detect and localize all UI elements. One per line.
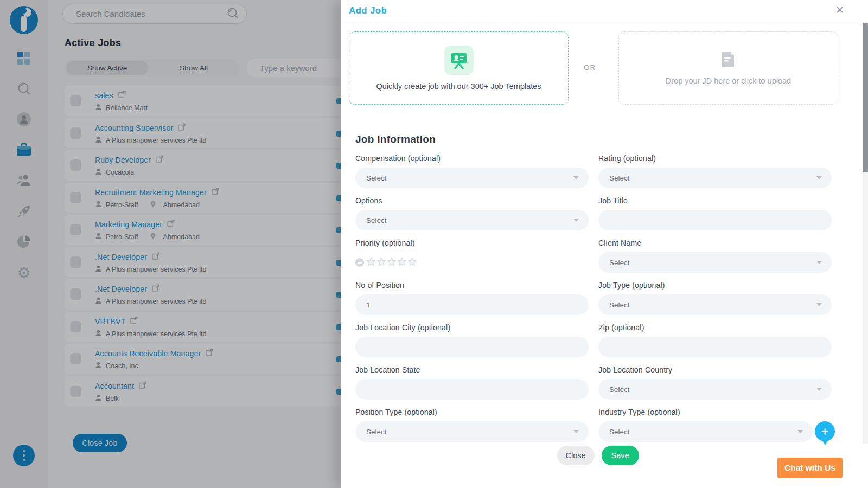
field-label: Industry Type (optional): [598, 408, 832, 416]
field-zip: Zip (optional): [598, 323, 832, 357]
star-icon[interactable]: [376, 257, 386, 268]
options-select[interactable]: Select: [355, 210, 589, 230]
star-icon[interactable]: [397, 257, 407, 268]
field-client-name: Client Name Select: [598, 239, 832, 273]
compensation-select[interactable]: Select: [355, 168, 589, 188]
job-template-icon: [444, 46, 474, 75]
chevron-down-icon: [573, 176, 579, 179]
rating-select[interactable]: Select: [598, 168, 832, 188]
client-name-select[interactable]: Select: [598, 252, 832, 273]
star-icon[interactable]: [387, 257, 397, 268]
field-label: Job Title: [598, 196, 832, 205]
add-floating-button[interactable]: +: [815, 421, 835, 450]
select-value: Select: [366, 216, 387, 224]
chevron-down-icon: [816, 303, 822, 306]
select-value: Select: [609, 301, 630, 309]
field-label: Job Location City (optional): [355, 323, 589, 332]
modal-scrollbar-track[interactable]: [863, 22, 868, 444]
star-icon[interactable]: [366, 257, 376, 268]
select-value: Select: [609, 386, 630, 394]
field-label: No of Position: [355, 281, 589, 290]
select-value: Select: [366, 428, 387, 436]
no-priority-icon[interactable]: [355, 258, 364, 267]
star-icon[interactable]: [407, 257, 417, 268]
save-button[interactable]: Save: [602, 446, 639, 465]
chevron-down-icon: [573, 219, 579, 222]
field-no-of-position: No of Position: [355, 281, 589, 315]
jd-upload-dropzone[interactable]: Drop your JD here or click to upload: [618, 31, 838, 105]
modal-title: Add Job: [349, 5, 387, 16]
field-label: Rating (optional): [598, 154, 832, 163]
field-job-location-state: Job Location State: [355, 365, 589, 400]
field-label: Options: [355, 196, 589, 205]
field-position-type: Position Type (optional) Select: [355, 408, 589, 442]
chat-with-us-button[interactable]: Chat with Us: [777, 458, 843, 478]
field-label: Zip (optional): [598, 323, 832, 332]
close-button[interactable]: Close: [557, 446, 595, 465]
jd-upload-text: Drop your JD here or click to upload: [666, 76, 791, 85]
no-of-position-input[interactable]: [355, 294, 589, 315]
field-rating: Rating (optional) Select: [598, 154, 832, 188]
job-location-state-input[interactable]: [355, 379, 589, 400]
field-options: Options Select: [355, 196, 589, 230]
zip-input[interactable]: [598, 337, 832, 357]
job-templates-text: Quickly create job with our 300+ Job Tem…: [376, 82, 541, 91]
app-window: ⚙ Active Jobs Show Active Show All: [0, 0, 868, 488]
field-job-location-country: Job Location Country Select: [598, 365, 832, 400]
or-divider: OR: [574, 63, 605, 72]
plus-icon: +: [821, 425, 828, 438]
chevron-down-icon: [816, 261, 822, 264]
close-icon[interactable]: ✕: [835, 5, 844, 15]
field-job-location-city: Job Location City (optional): [355, 323, 589, 357]
chevron-down-icon: [573, 430, 579, 433]
select-value: Select: [609, 174, 630, 182]
job-title-input[interactable]: [598, 210, 832, 230]
field-label: Job Location Country: [598, 365, 832, 374]
field-label: Client Name: [598, 239, 832, 247]
job-location-city-input[interactable]: [355, 337, 589, 357]
modal-scrollbar-thumb[interactable]: [863, 23, 868, 172]
job-templates-box[interactable]: Quickly create job with our 300+ Job Tem…: [349, 31, 569, 105]
select-value: Select: [609, 428, 630, 436]
chevron-down-icon: [816, 176, 822, 179]
field-label: Job Location State: [355, 365, 589, 374]
job-location-country-select[interactable]: Select: [598, 379, 832, 400]
select-value: Select: [609, 259, 630, 267]
chevron-down-icon: [797, 430, 803, 433]
industry-type-select[interactable]: Select: [598, 421, 813, 442]
priority-rating[interactable]: [355, 252, 589, 273]
field-job-title: Job Title: [598, 196, 832, 230]
chevron-down-icon: [816, 388, 822, 391]
document-icon: [722, 51, 736, 69]
section-title: Job Information: [355, 133, 436, 145]
field-label: Position Type (optional): [355, 408, 589, 416]
position-type-select[interactable]: Select: [355, 421, 589, 442]
job-type-select[interactable]: Select: [598, 294, 832, 315]
field-label: Priority (optional): [355, 239, 589, 247]
field-industry-type: Industry Type (optional) Select: [598, 408, 832, 442]
add-job-modal: Add Job ✕ Quickly create job with our 30…: [341, 0, 868, 488]
field-label: Job Type (optional): [598, 281, 832, 290]
field-label: Compensation (optional): [355, 154, 589, 163]
field-job-type: Job Type (optional) Select: [598, 281, 832, 315]
select-value: Select: [366, 174, 387, 182]
field-compensation: Compensation (optional) Select: [355, 154, 589, 188]
field-priority: Priority (optional): [355, 239, 589, 273]
modal-header: Add Job ✕: [341, 0, 868, 22]
